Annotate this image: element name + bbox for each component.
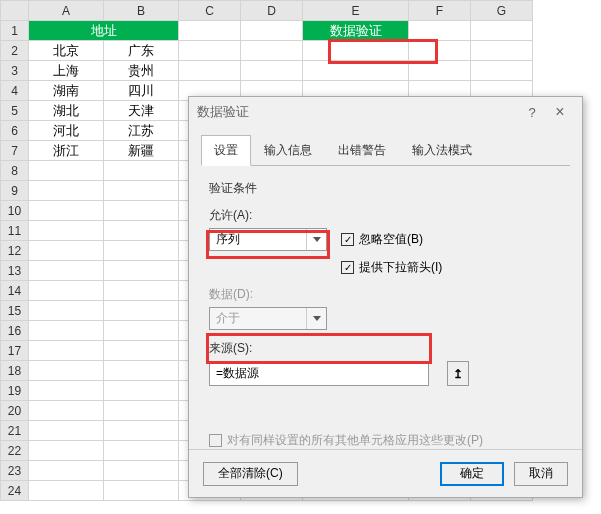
tab-input-message[interactable]: 输入信息 <box>251 135 325 166</box>
tab-error-alert[interactable]: 出错警告 <box>325 135 399 166</box>
cell[interactable]: 广东 <box>104 41 179 61</box>
row-header[interactable]: 6 <box>1 121 29 141</box>
cell[interactable] <box>409 21 471 41</box>
dropdown-arrow-checkbox[interactable]: ✓ 提供下拉箭头(I) <box>341 259 442 276</box>
cell[interactable] <box>104 161 179 181</box>
tab-ime-mode[interactable]: 输入法模式 <box>399 135 485 166</box>
cell[interactable]: 新疆 <box>104 141 179 161</box>
row-header[interactable]: 16 <box>1 321 29 341</box>
cell[interactable] <box>29 321 104 341</box>
cell[interactable] <box>104 221 179 241</box>
cell[interactable] <box>104 341 179 361</box>
cell[interactable]: 天津 <box>104 101 179 121</box>
row-header[interactable]: 22 <box>1 441 29 461</box>
row-header[interactable]: 14 <box>1 281 29 301</box>
row-header[interactable]: 11 <box>1 221 29 241</box>
cell[interactable] <box>471 61 533 81</box>
col-header-d[interactable]: D <box>241 1 303 21</box>
cell[interactable] <box>104 381 179 401</box>
cell[interactable] <box>104 481 179 501</box>
cell[interactable] <box>241 21 303 41</box>
row-header[interactable]: 1 <box>1 21 29 41</box>
row-header[interactable]: 10 <box>1 201 29 221</box>
cell[interactable]: 湖北 <box>29 101 104 121</box>
row-header[interactable]: 5 <box>1 101 29 121</box>
cell[interactable] <box>29 241 104 261</box>
cell[interactable] <box>29 461 104 481</box>
cell[interactable] <box>104 261 179 281</box>
row-header[interactable]: 17 <box>1 341 29 361</box>
cell[interactable]: 北京 <box>29 41 104 61</box>
cell[interactable]: 上海 <box>29 61 104 81</box>
row-header[interactable]: 21 <box>1 421 29 441</box>
row-header[interactable]: 24 <box>1 481 29 501</box>
range-picker-button[interactable]: ↥ <box>447 361 469 386</box>
cell[interactable] <box>179 61 241 81</box>
cell[interactable]: 湖南 <box>29 81 104 101</box>
cell[interactable] <box>241 41 303 61</box>
row-header[interactable]: 4 <box>1 81 29 101</box>
cancel-button[interactable]: 取消 <box>514 462 568 486</box>
row-header[interactable]: 20 <box>1 401 29 421</box>
ok-button[interactable]: 确定 <box>440 462 504 486</box>
cell[interactable] <box>104 461 179 481</box>
cell[interactable] <box>104 321 179 341</box>
row-header[interactable]: 19 <box>1 381 29 401</box>
col-header-e[interactable]: E <box>303 1 409 21</box>
cell[interactable] <box>104 441 179 461</box>
cell[interactable] <box>29 381 104 401</box>
row-header[interactable]: 8 <box>1 161 29 181</box>
row-header[interactable]: 7 <box>1 141 29 161</box>
col-header-a[interactable]: A <box>29 1 104 21</box>
cell[interactable] <box>29 301 104 321</box>
ignore-blank-checkbox[interactable]: ✓ 忽略空值(B) <box>341 231 423 248</box>
cell[interactable] <box>179 41 241 61</box>
cell[interactable] <box>471 41 533 61</box>
cell[interactable] <box>29 401 104 421</box>
row-header[interactable]: 13 <box>1 261 29 281</box>
close-button[interactable]: × <box>546 103 574 121</box>
tab-settings[interactable]: 设置 <box>201 135 251 166</box>
row-header[interactable]: 18 <box>1 361 29 381</box>
cell[interactable] <box>104 361 179 381</box>
row-header[interactable]: 9 <box>1 181 29 201</box>
cell[interactable]: 河北 <box>29 121 104 141</box>
dialog-titlebar[interactable]: 数据验证 ? × <box>189 97 582 127</box>
cell[interactable] <box>104 301 179 321</box>
row-header[interactable]: 12 <box>1 241 29 261</box>
cell[interactable]: 四川 <box>104 81 179 101</box>
cell[interactable] <box>104 421 179 441</box>
cell[interactable] <box>471 21 533 41</box>
row-header[interactable]: 3 <box>1 61 29 81</box>
cell[interactable] <box>29 201 104 221</box>
cell[interactable] <box>104 241 179 261</box>
select-all-corner[interactable] <box>1 1 29 21</box>
cell[interactable] <box>29 441 104 461</box>
apply-all-checkbox[interactable]: 对有同样设置的所有其他单元格应用这些更改(P) <box>209 432 562 449</box>
cell[interactable] <box>29 281 104 301</box>
cell[interactable] <box>179 21 241 41</box>
cell[interactable] <box>104 401 179 421</box>
cell[interactable] <box>104 181 179 201</box>
cell[interactable] <box>241 61 303 81</box>
help-button[interactable]: ? <box>518 105 546 120</box>
cell[interactable] <box>29 421 104 441</box>
cell[interactable]: 浙江 <box>29 141 104 161</box>
cell[interactable] <box>104 201 179 221</box>
col-header-f[interactable]: F <box>409 1 471 21</box>
cell[interactable] <box>29 181 104 201</box>
row-header[interactable]: 2 <box>1 41 29 61</box>
clear-all-button[interactable]: 全部清除(C) <box>203 462 298 486</box>
cell[interactable] <box>29 481 104 501</box>
cell[interactable] <box>29 161 104 181</box>
col-header-c[interactable]: C <box>179 1 241 21</box>
col-header-g[interactable]: G <box>471 1 533 21</box>
cell[interactable] <box>29 361 104 381</box>
cell[interactable] <box>29 341 104 361</box>
cell[interactable] <box>104 281 179 301</box>
cell[interactable]: 贵州 <box>104 61 179 81</box>
source-input[interactable]: =数据源 <box>209 361 429 386</box>
col-header-b[interactable]: B <box>104 1 179 21</box>
row-header[interactable]: 15 <box>1 301 29 321</box>
cell[interactable] <box>29 261 104 281</box>
